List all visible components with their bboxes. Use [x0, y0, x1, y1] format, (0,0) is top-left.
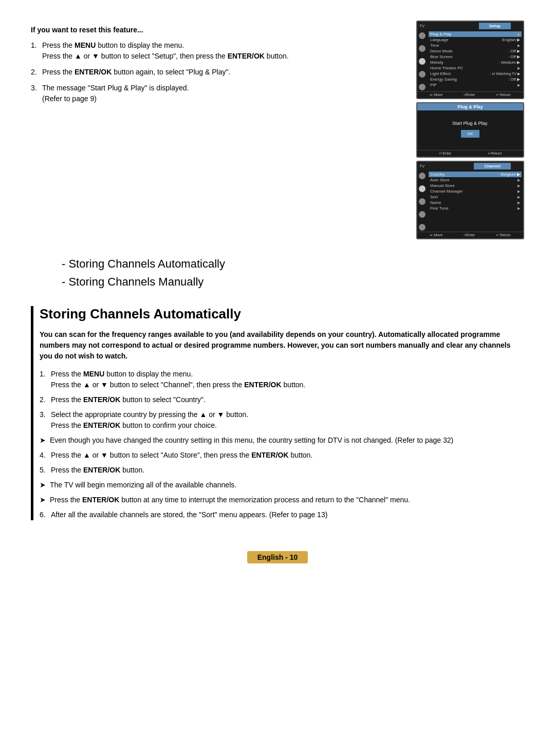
right-screenshots: TV Setup Plug & Play▶ Language [416, 21, 524, 239]
menu-home-theatre: Home Theatre PC▶ [429, 65, 522, 71]
middle-headings: - Storing Channels Automatically - Stori… [62, 255, 524, 291]
reset-step-1: 1. Press the MENU button to display the … [31, 40, 401, 62]
ch-icon-2 [419, 185, 425, 192]
plug-play-body: Start Plug & Play. OK [417, 110, 523, 150]
menu-pip: PIP▶ [429, 82, 522, 88]
ch-icon-1 [419, 173, 425, 179]
ch-menu-channel-manager: Channel Manager▶ [429, 188, 522, 194]
channel-tv-label: TV [419, 164, 424, 168]
auto-step-2: 2. Press the ENTER/OK button to select "… [40, 394, 524, 405]
menu-language: Language: English ▶ [429, 37, 522, 43]
channel-title: Channel [474, 163, 511, 169]
channel-icon-col [419, 172, 427, 231]
start-plug-play-text: Start Plug & Play. [422, 121, 518, 126]
storing-auto-steps: 1. Press the MENU button to display the … [40, 369, 524, 520]
setup-bottom-bar: ⇔ Move ⏎Enter ↩ Return [417, 91, 523, 98]
auto-step-6: 6. After all the available channels are … [40, 509, 524, 520]
channel-bottom-bar: ⇔ Move ⏎Enter ↩ Return [417, 232, 523, 238]
reset-feature-title: If you want to reset this feature... [31, 26, 401, 34]
menu-light-effect: Light Effect: In Watching TV ▶ [429, 71, 522, 77]
menu-plug-play: Plug & Play▶ [429, 31, 522, 37]
menu-demo-mode: Demo Mode: Off ▶ [429, 48, 522, 54]
english-badge: English - 10 [247, 551, 308, 563]
ch-icon-5 [419, 224, 425, 231]
ch-icon-4 [419, 211, 425, 218]
reset-step-2: 2. Press the ENTER/OK button again, to s… [31, 67, 401, 78]
ch-menu-auto-store: Auto Store▶ [429, 177, 522, 183]
auto-note-2: ➤ The TV will begin memorizing all of th… [40, 480, 524, 490]
footer: English - 10 [31, 551, 524, 563]
ch-menu-country: Country: Belgium ▶ [429, 172, 522, 177]
menu-time: Time▶ [429, 43, 522, 48]
menu-blue-screen: Blue Screen: Off ▶ [429, 54, 522, 60]
auto-step-3: 3. Select the appropriate country by pre… [40, 409, 524, 431]
heading-manually: - Storing Channels Manually [62, 273, 524, 291]
icon-2 [419, 45, 425, 52]
heading-auto: - Storing Channels Automatically [62, 255, 524, 273]
auto-step-4: 4. Press the ▲ or ▼ button to select "Au… [40, 450, 524, 461]
auto-step-1: 1. Press the MENU button to display the … [40, 369, 524, 390]
icon-1 [419, 32, 425, 39]
plug-play-bottom: ⏎ Enter ↩Return [417, 150, 523, 157]
plug-play-screen: Plug & Play Start Plug & Play. OK ⏎ Ente… [416, 102, 524, 158]
ch-menu-fine-tune: Fine Tune▶ [429, 205, 522, 211]
channel-screen: TV Channel Country: Belgium ▶ [416, 161, 524, 239]
storing-auto-intro: You can scan for the frequency ranges av… [40, 329, 524, 362]
reset-step-3: 3. The message "Start Plug & Play" is di… [31, 83, 401, 104]
setup-screen: TV Setup Plug & Play▶ Language [416, 21, 524, 99]
plug-play-title: Plug & Play [417, 103, 523, 110]
setup-tv-label: TV [419, 24, 424, 28]
storing-auto-title: Storing Channels Automatically [40, 306, 524, 322]
left-instructions: If you want to reset this feature... 1. … [31, 21, 401, 239]
ch-menu-sort: Sort▶ [429, 194, 522, 200]
menu-melody: Melody: Medium ▶ [429, 60, 522, 65]
menu-energy-saving: Energy Saving: Off ▶ [429, 77, 522, 82]
auto-note-3: ➤ Press the ENTER/OK button at any time … [40, 495, 524, 505]
ok-button[interactable]: OK [461, 130, 479, 138]
icon-5 [419, 84, 425, 90]
icon-4 [419, 71, 425, 78]
setup-menu: Plug & Play▶ Language: English ▶ Time▶ D… [429, 31, 522, 90]
ch-menu-name: Name▶ [429, 200, 522, 205]
storing-auto-section: Storing Channels Automatically You can s… [31, 306, 524, 520]
setup-title: Setup [479, 23, 511, 29]
channel-menu: Country: Belgium ▶ Auto Store▶ Manual St… [429, 172, 522, 231]
icon-3 [419, 58, 425, 65]
auto-note-1: ➤ Even though you have changed the count… [40, 435, 524, 446]
ch-menu-manual-store: Manual Store▶ [429, 183, 522, 188]
top-section: If you want to reset this feature... 1. … [31, 21, 524, 239]
auto-step-5: 5. Press the ENTER/OK button. [40, 465, 524, 476]
setup-icon-col [419, 31, 427, 90]
reset-steps: 1. Press the MENU button to display the … [31, 40, 401, 104]
ch-icon-3 [419, 198, 425, 205]
